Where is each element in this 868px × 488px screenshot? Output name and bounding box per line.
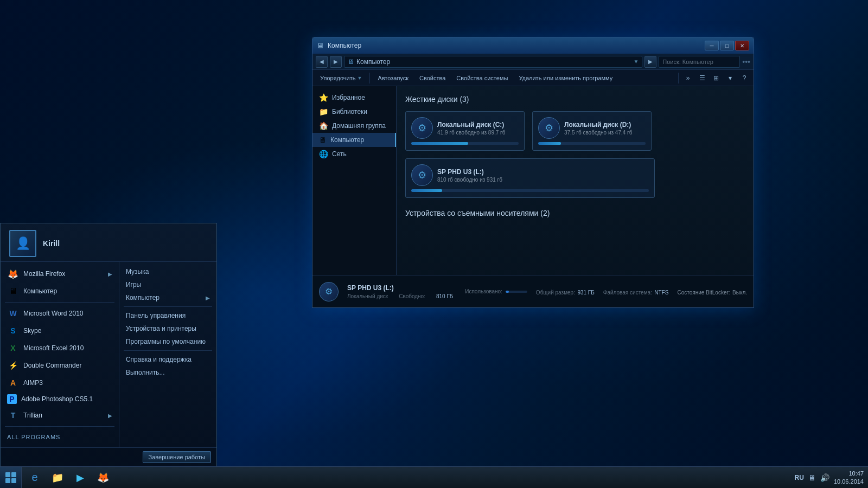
forward-button[interactable]: ▶ bbox=[330, 56, 342, 68]
path-dropdown-arrow[interactable]: ▼ bbox=[633, 59, 639, 65]
favorites-icon: ⭐ bbox=[319, 93, 328, 102]
disk-c-bar-bg bbox=[411, 142, 519, 145]
explorer-navbar: ◀ ▶ 🖥 Компьютер ▼ ▶ Поиск: Компьютер ••• bbox=[312, 54, 754, 70]
more-options[interactable]: ••• bbox=[742, 57, 750, 66]
taskbar-firefox[interactable]: 🦊 bbox=[92, 468, 114, 487]
firefox-arrow: ▶ bbox=[108, 271, 112, 277]
start-item-computer[interactable]: 🖥 Компьютер bbox=[1, 282, 119, 300]
view-arrow-button[interactable]: ▾ bbox=[724, 72, 736, 84]
explorer-statusbar: ⚙ SP PHD U3 (L:) Локальный диск Свободно… bbox=[312, 275, 754, 307]
taskbar-sys: RU 🖥 🔊 10:47 10.06.2014 bbox=[790, 467, 868, 489]
close-button[interactable]: ✕ bbox=[735, 41, 749, 50]
explorer-title-icon: 🖥 bbox=[317, 41, 324, 50]
toolbar-sep-2 bbox=[678, 73, 679, 84]
autoplay-button[interactable]: Автозапуск bbox=[373, 73, 413, 83]
start-divider-1 bbox=[5, 302, 114, 303]
start-item-firefox[interactable]: 🦊 Mozilla Firefox ▶ bbox=[1, 265, 119, 282]
aimp3-label: AIMP3 bbox=[23, 379, 112, 387]
organize-button[interactable]: Упорядочить ▼ bbox=[316, 73, 366, 83]
minimize-button[interactable]: ─ bbox=[705, 41, 719, 50]
sidebar-item-network[interactable]: 🌐 Сеть bbox=[312, 147, 396, 161]
disk-c-name: Локальный диск (C:) bbox=[437, 121, 519, 129]
word-label: Microsoft Word 2010 bbox=[23, 310, 112, 317]
start-item-trillian[interactable]: T Trillian ▶ bbox=[1, 407, 119, 424]
search-box[interactable]: Поиск: Компьютер bbox=[659, 56, 740, 68]
start-item-skype[interactable]: S Skype bbox=[1, 322, 119, 339]
status-bitlocker-value: Выкл. bbox=[732, 290, 747, 296]
start-menu: 👤 Kirill 🦊 Mozilla Firefox ▶ 🖥 Компьютер… bbox=[0, 223, 217, 466]
disk-d-icon: ⚙ bbox=[538, 117, 560, 139]
path-text: Компьютер bbox=[356, 58, 390, 66]
start-icon-tl bbox=[5, 472, 10, 477]
shutdown-button[interactable]: Завершение работы bbox=[143, 451, 211, 463]
explorer-title-text: Компьютер bbox=[328, 42, 701, 49]
volume-icon[interactable]: 🔊 bbox=[820, 473, 829, 482]
back-button[interactable]: ◀ bbox=[316, 56, 328, 68]
disk-d-bar-bg bbox=[538, 142, 646, 145]
disk-c-icon: ⚙ bbox=[411, 117, 433, 139]
trillian-icon: T bbox=[7, 409, 19, 421]
disk-c[interactable]: ⚙ Локальный диск (C:) 41,9 гб свободно и… bbox=[405, 111, 525, 151]
explorer-win-controls: ─ □ ✕ bbox=[705, 41, 749, 50]
start-right-run[interactable]: Выполнить... bbox=[119, 366, 216, 379]
help-button[interactable]: ? bbox=[738, 72, 750, 84]
defaults-label: Программы по умолчанию bbox=[126, 338, 210, 345]
start-icon bbox=[5, 472, 16, 483]
clock-date: 10.06.2014 bbox=[834, 478, 864, 485]
skype-icon: S bbox=[7, 325, 19, 337]
sys-props-button[interactable]: Свойства системы bbox=[452, 73, 512, 83]
status-used-label: Использовано: bbox=[465, 288, 502, 294]
trillian-arrow: ▶ bbox=[108, 413, 112, 419]
skype-label: Skype bbox=[23, 327, 112, 335]
disk-c-free: 41,9 гб свободно из 89,7 гб bbox=[437, 130, 519, 136]
start-right-games[interactable]: Игры bbox=[119, 278, 216, 291]
start-right-computer[interactable]: Компьютер ▶ bbox=[119, 291, 216, 304]
sidebar-item-libraries[interactable]: 📁 Библиотеки bbox=[312, 105, 396, 119]
maximize-button[interactable]: □ bbox=[720, 41, 734, 50]
photoshop-label: Adobe Photoshop CS5.1 bbox=[21, 395, 112, 403]
start-item-word[interactable]: W Microsoft Word 2010 bbox=[1, 305, 119, 322]
disk-d[interactable]: ⚙ Локальный диск (D:) 37,5 гб свободно и… bbox=[532, 111, 652, 151]
photoshop-icon: P bbox=[7, 394, 17, 404]
start-computer-label: Компьютер bbox=[23, 287, 112, 295]
start-right-music[interactable]: Музыка bbox=[119, 265, 216, 278]
start-item-excel[interactable]: X Microsoft Excel 2010 bbox=[1, 339, 119, 357]
games-label: Игры bbox=[126, 281, 210, 288]
disk-l-free: 810 гб свободно из 931 гб bbox=[437, 177, 649, 183]
disk-c-info: Локальный диск (C:) 41,9 гб свободно из … bbox=[437, 121, 519, 136]
status-mini-fill bbox=[506, 291, 509, 293]
start-item-aimp3[interactable]: A AIMP3 bbox=[1, 374, 119, 391]
start-right-defaults[interactable]: Программы по умолчанию bbox=[119, 335, 216, 348]
all-programs-button[interactable]: ALL PROGRAMS bbox=[1, 429, 119, 444]
homegroup-label: Домашняя группа bbox=[332, 122, 386, 130]
start-icon-tr bbox=[11, 472, 16, 477]
disk-l-icon: ⚙ bbox=[411, 164, 433, 186]
view-grid-button[interactable]: ⊞ bbox=[710, 72, 722, 84]
taskbar-media[interactable]: ▶ bbox=[69, 468, 91, 487]
sidebar-item-favorites[interactable]: ⭐ Избранное bbox=[312, 91, 396, 105]
search-placeholder: Поиск: Компьютер bbox=[662, 59, 713, 65]
disk-l[interactable]: ⚙ SP PHD U3 (L:) 810 гб свободно из 931 … bbox=[405, 158, 655, 198]
properties-button[interactable]: Свойства bbox=[415, 73, 450, 83]
sidebar-item-homegroup[interactable]: 🏠 Домашняя группа bbox=[312, 119, 396, 133]
ie-icon: e bbox=[31, 471, 37, 484]
view-list-button[interactable]: ☰ bbox=[696, 72, 708, 84]
taskbar-ie[interactable]: e bbox=[24, 468, 46, 487]
language-indicator[interactable]: RU bbox=[795, 474, 804, 481]
start-icon-br bbox=[11, 478, 16, 483]
address-bar[interactable]: 🖥 Компьютер ▼ bbox=[344, 56, 642, 68]
taskbar-folder[interactable]: 📁 bbox=[47, 468, 68, 487]
libraries-icon: 📁 bbox=[319, 107, 328, 116]
trillian-label: Trillian bbox=[23, 412, 104, 419]
start-button[interactable] bbox=[0, 467, 22, 489]
start-right-control-panel[interactable]: Панель управления bbox=[119, 309, 216, 322]
start-item-double-commander[interactable]: ⚡ Double Commander bbox=[1, 357, 119, 374]
disk-l-info: SP PHD U3 (L:) 810 гб свободно из 931 гб bbox=[437, 168, 649, 183]
refresh-button[interactable]: ▶ bbox=[644, 56, 656, 68]
start-item-photoshop[interactable]: P Adobe Photoshop CS5.1 bbox=[1, 391, 119, 407]
start-right-help[interactable]: Справка и поддержка bbox=[119, 353, 216, 366]
view-more-button[interactable]: » bbox=[682, 72, 694, 84]
uninstall-button[interactable]: Удалить или изменить программу bbox=[514, 73, 617, 83]
sidebar-item-computer[interactable]: 🖥 Компьютер bbox=[312, 133, 396, 147]
start-right-devices[interactable]: Устройства и принтеры bbox=[119, 322, 216, 335]
